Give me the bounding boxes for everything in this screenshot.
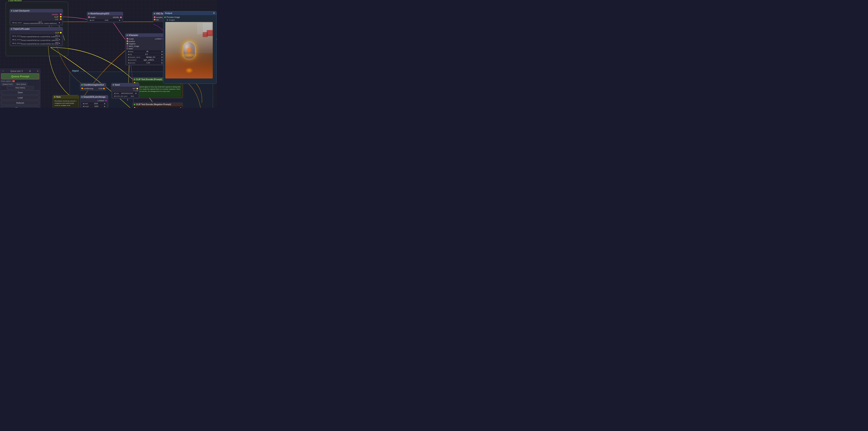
width-field: ◀ width 1024 ▶ bbox=[81, 102, 107, 105]
ksampler-node: KSampler model LATENT positive negative … bbox=[125, 33, 165, 65]
view-history-button[interactable]: View History bbox=[7, 86, 34, 89]
note-text: Resolution should be around 1 megapixel … bbox=[54, 99, 78, 107]
samples-in[interactable] bbox=[154, 16, 155, 18]
cfg-field: ◀ cfg 4.5 ▶ bbox=[127, 53, 164, 56]
close-icon[interactable]: ✕ bbox=[213, 12, 215, 14]
load-button[interactable]: Load bbox=[1, 95, 39, 100]
ksampler-title: KSampler bbox=[125, 33, 165, 37]
scheduler-field: ◀ scheduler sgm_uniform ▶ bbox=[127, 59, 164, 61]
extra-options-toggle[interactable] bbox=[12, 80, 15, 82]
empty-latent-node: EmptySD3LatentImage LATENT ◀ width 1024 … bbox=[80, 95, 108, 108]
queue-header: ⠿⠿ Queue size: 0 ⚙ ✕ bbox=[1, 70, 39, 73]
triple-clip-title: TripleCLIPLoader bbox=[10, 27, 63, 31]
settings-icon[interactable]: ⚙ bbox=[29, 70, 31, 72]
model-sampling-node: ModelSamplingSD3 model MODEL ◀ shift 3.0… bbox=[87, 12, 123, 23]
load-models-title: Load Models bbox=[7, 0, 23, 2]
clip3-field: ◀ clip_name3 repo?Revision=master&FilePa… bbox=[11, 41, 62, 45]
seed-value-field: ◀ value 845512652412924 ▶ bbox=[113, 92, 138, 94]
clip-output-connector[interactable] bbox=[60, 16, 62, 18]
clipspace-button[interactable]: Clipspace bbox=[1, 106, 39, 108]
clip1-field: ◀ clip_name1 repo?Revision=master&FilePa… bbox=[11, 34, 62, 37]
model-in[interactable] bbox=[88, 16, 90, 18]
vae-in[interactable] bbox=[154, 19, 155, 21]
positive-prompt-text[interactable]: A transparent glass of very very small s… bbox=[134, 85, 182, 97]
load-checkpoint-node: Load Checkpoint MODEL CLIP VAE bbox=[9, 9, 63, 26]
queue-row-buttons: Queue Front View Queue bbox=[1, 82, 39, 86]
refresh-button[interactable]: Refresh bbox=[1, 101, 39, 105]
preview-image-node: Preview Image bbox=[164, 16, 215, 19]
model-out[interactable] bbox=[120, 16, 122, 18]
input-group-title: Input bbox=[71, 69, 80, 72]
shift-field: ◀ shift 3.00 ▶ bbox=[88, 19, 122, 22]
clip2-field: ◀ clip_name2 repo?Revision=master&FilePa… bbox=[11, 38, 62, 41]
denoise-field: ◀ denoise 1.00 ▶ bbox=[127, 62, 164, 64]
queue-front-button[interactable]: Queue Front bbox=[1, 82, 14, 86]
node-status-dot bbox=[11, 10, 12, 11]
triple-clip-node: TripleCLIPLoader CLIP ◀ clip_name1 repo?… bbox=[9, 27, 63, 46]
extra-options: Extra options bbox=[1, 80, 39, 82]
ckpt-name-field: ◀ ckpt_name repo?Revision=master&FilePat… bbox=[11, 21, 62, 24]
sampler-field: ◀ sampler_name dpmpp_2m ▶ bbox=[127, 56, 164, 58]
seed-node: Seed INT ↤ end ◀ value 845512652412924 ▶… bbox=[111, 83, 140, 99]
view-queue-button[interactable]: View Queue bbox=[15, 82, 27, 86]
close-queue-icon[interactable]: ✕ bbox=[37, 70, 38, 72]
field-arrow-right[interactable]: ▶ bbox=[59, 22, 60, 24]
preview-image-display: ☢ bbox=[165, 22, 213, 78]
load-models-group: Load Models Load Checkpoint MODEL CLIP bbox=[6, 2, 68, 56]
load-checkpoint-title: Load Checkpoint bbox=[10, 9, 63, 12]
clip-out[interactable] bbox=[60, 32, 62, 33]
output-panel: Output ✕ Preview Image images ☢ bbox=[163, 11, 217, 84]
queue-panel: ⠿⠿ Queue size: 0 ⚙ ✕ Queue Prompt Extra … bbox=[0, 69, 40, 108]
conditioning-zero-node: ConditioningZeroOut conditioning CON bbox=[80, 83, 106, 91]
steps-field: ◀ steps 28 ▶ bbox=[127, 50, 164, 53]
height-field: ◀ height 1024 ▶ bbox=[81, 105, 107, 107]
note-node: Note Resolution should be around 1 megap… bbox=[53, 95, 79, 108]
model-sampling-title: ModelSamplingSD3 bbox=[87, 12, 123, 15]
output-panel-title: Output ✕ bbox=[163, 11, 216, 15]
vae-output-connector[interactable] bbox=[60, 19, 62, 20]
node-status-dot bbox=[11, 28, 12, 30]
control-field: ◀ control_after_gene fixed bbox=[113, 95, 138, 97]
k-model-in[interactable] bbox=[127, 38, 128, 39]
field-arrow-left[interactable]: ◀ bbox=[12, 22, 13, 24]
model-output-connector[interactable] bbox=[60, 13, 62, 15]
clip-negative-node: CLIP Text Encode (Negative Prompt) clip … bbox=[132, 102, 183, 108]
queue-prompt-button[interactable]: Queue Prompt bbox=[1, 73, 39, 79]
save-button[interactable]: Save bbox=[1, 90, 39, 95]
